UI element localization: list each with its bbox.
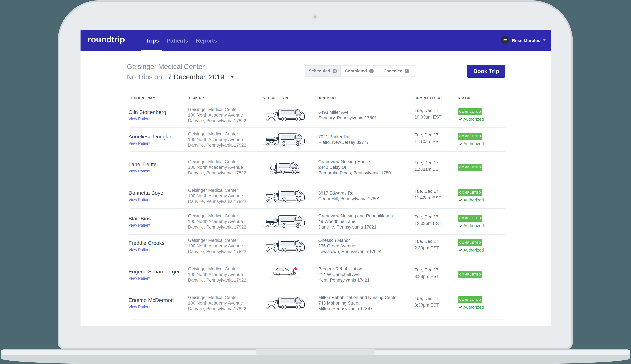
svg-text:lyft: lyft (291, 266, 297, 271)
